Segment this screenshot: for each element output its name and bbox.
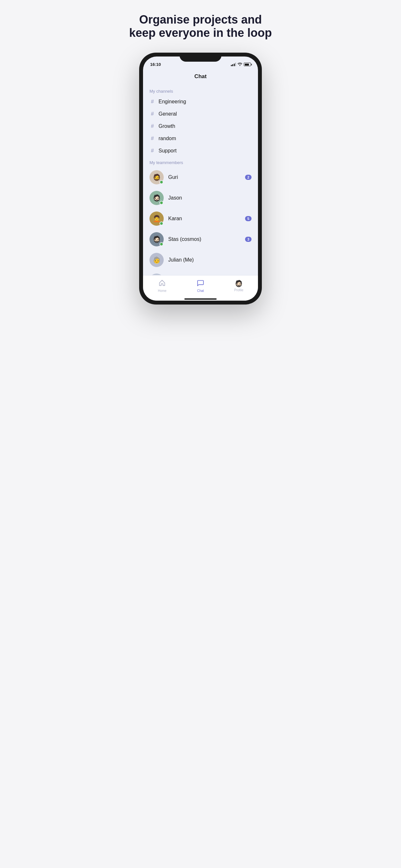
channel-item-random[interactable]: # random bbox=[143, 132, 258, 145]
wifi-icon bbox=[238, 62, 242, 66]
chat-icon bbox=[197, 279, 204, 288]
member-item-julian[interactable]: 🧓 Julian (Me) bbox=[143, 250, 258, 270]
home-indicator bbox=[143, 299, 258, 301]
avatar-wrap-jason: 🧔🏻 bbox=[150, 191, 164, 205]
status-time: 16:10 bbox=[150, 62, 161, 67]
nav-item-chat[interactable]: Chat bbox=[181, 278, 220, 294]
badge-karan: 5 bbox=[245, 216, 251, 221]
online-indicator-karan bbox=[159, 221, 163, 225]
bottom-nav: Home Chat 🧔🏻 Profile bbox=[143, 275, 258, 299]
online-indicator-jason bbox=[159, 201, 163, 205]
hash-icon: # bbox=[150, 148, 155, 154]
page-wrapper: Organise projects and keep everyone in t… bbox=[120, 13, 281, 305]
member-item-karan[interactable]: 🧑‍🦱 Karan 5 bbox=[143, 208, 258, 229]
member-name-stas: Stas (cosmos) bbox=[168, 237, 241, 242]
channel-item-general[interactable]: # General bbox=[143, 108, 258, 120]
avatar-cosmos: 👴 bbox=[150, 274, 164, 275]
member-name-julian: Julian (Me) bbox=[168, 257, 251, 263]
channel-item-growth[interactable]: # Growth bbox=[143, 120, 258, 132]
channel-name: Growth bbox=[158, 123, 175, 129]
screen-title: Chat bbox=[194, 73, 207, 80]
avatar-wrap-julian: 🧓 bbox=[150, 253, 164, 267]
phone-screen: 16:10 bbox=[143, 57, 258, 301]
profile-icon: 🧔🏻 bbox=[235, 280, 243, 287]
hash-icon: # bbox=[150, 99, 155, 104]
home-icon bbox=[158, 279, 166, 288]
member-name-karan: Karan bbox=[168, 216, 241, 221]
avatar-wrap-stas: 🧔🏻 bbox=[150, 232, 164, 246]
teammates-section-header: My teammembers bbox=[143, 157, 258, 167]
headline-line2: keep everyone in the loop bbox=[129, 26, 272, 39]
headline-line1: Organise projects and bbox=[139, 13, 262, 26]
hash-icon: # bbox=[150, 111, 155, 117]
home-indicator-bar bbox=[184, 299, 217, 300]
channel-name: General bbox=[158, 111, 177, 117]
scroll-content[interactable]: My channels # Engineering # General # Gr… bbox=[143, 83, 258, 275]
headline: Organise projects and keep everyone in t… bbox=[126, 13, 275, 40]
nav-label-chat: Chat bbox=[197, 289, 204, 292]
status-icons bbox=[231, 62, 251, 66]
online-indicator-stas bbox=[159, 242, 163, 246]
nav-item-home[interactable]: Home bbox=[143, 278, 181, 294]
phone-frame: 16:10 bbox=[139, 53, 262, 305]
member-name-jason: Jason bbox=[168, 195, 251, 201]
notch bbox=[180, 53, 221, 62]
badge-guri: 2 bbox=[245, 175, 251, 180]
channels-section-header: My channels bbox=[143, 86, 258, 96]
battery-icon bbox=[244, 63, 251, 66]
nav-label-profile: Profile bbox=[235, 288, 243, 292]
member-item-stas[interactable]: 🧔🏻 Stas (cosmos) 3 bbox=[143, 229, 258, 250]
channel-name: Engineering bbox=[158, 99, 186, 104]
nav-item-profile[interactable]: 🧔🏻 Profile bbox=[220, 278, 258, 293]
channel-item-engineering[interactable]: # Engineering bbox=[143, 96, 258, 108]
hash-icon: # bbox=[150, 123, 155, 129]
avatar-julian: 🧓 bbox=[150, 253, 164, 267]
nav-header: Chat bbox=[143, 71, 258, 83]
member-item-cosmos[interactable]: 👴 Cosmos bbox=[143, 270, 258, 275]
channel-name: Support bbox=[158, 148, 177, 154]
online-indicator-guri bbox=[159, 180, 163, 184]
avatar-wrap-guri: 🧔 bbox=[150, 170, 164, 184]
avatar-wrap-karan: 🧑‍🦱 bbox=[150, 212, 164, 226]
hash-icon: # bbox=[150, 135, 155, 142]
member-name-guri: Guri bbox=[168, 175, 241, 180]
channel-name: random bbox=[158, 135, 176, 142]
member-item-guri[interactable]: 🧔 Guri 2 bbox=[143, 167, 258, 188]
badge-stas: 3 bbox=[245, 237, 251, 242]
nav-label-home: Home bbox=[158, 289, 166, 292]
avatar-wrap-cosmos: 👴 bbox=[150, 274, 164, 275]
channel-item-support[interactable]: # Support bbox=[143, 145, 258, 157]
signal-icon bbox=[231, 63, 236, 66]
member-item-jason[interactable]: 🧔🏻 Jason bbox=[143, 188, 258, 208]
